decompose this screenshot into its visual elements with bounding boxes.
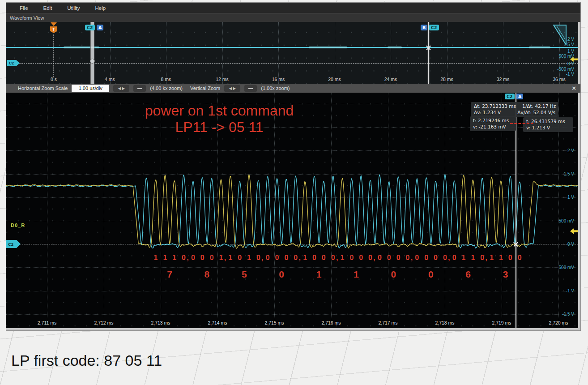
overview-voltage-label: -500 mV [557, 67, 574, 72]
measure-badge-a[interactable]: A [516, 94, 523, 99]
bit-comma: , [187, 254, 188, 262]
vertical-pan-buttons[interactable]: ◀▶ [224, 85, 240, 92]
bit-annotation: 0 [284, 254, 288, 262]
menu-bar: FileEditUtilityHelp [6, 3, 580, 13]
bit-annotation: 1 [172, 254, 176, 262]
zoom-badge-a[interactable]: A [97, 25, 103, 30]
hex-annotation: 6 [465, 269, 471, 280]
overview-time-label: 4 ms [105, 77, 115, 82]
zoom-toolbar: Horizontal Zoom Scale ◀▶ (4.00 kx zoom) … [6, 84, 580, 93]
menu-item-help[interactable]: Help [95, 5, 106, 11]
overview-voltage-label: 2 V [567, 37, 574, 42]
overview-voltage-label: 0 V [567, 61, 574, 66]
cursor-b-voltage: v: 1.213 V [526, 125, 570, 131]
bus-label[interactable]: D0_R [11, 222, 25, 228]
zoom-badge-c2[interactable]: C2 [85, 25, 95, 30]
overview-time-label: 20 ms [328, 77, 341, 82]
bit-annotation: 0 [368, 254, 372, 262]
bit-annotation: 1 [341, 254, 345, 262]
bit-annotation: 0 [331, 254, 335, 262]
cursor-badge-c2[interactable]: C2 [429, 25, 439, 30]
cursor-b-line[interactable] [428, 22, 429, 84]
overview-gridline [222, 22, 223, 84]
collapsed-waveform-icon[interactable] [553, 25, 567, 45]
bit-annotation: 0 [424, 254, 428, 262]
cursor-link-dashed-line [510, 123, 533, 124]
bit-annotation: 0 [434, 254, 438, 262]
cursor-a-readout-box[interactable]: t: 2.719246 ms v: -21.163 mV [470, 116, 516, 131]
zoom-window-knob[interactable] [90, 59, 95, 64]
overview-gridline [447, 22, 447, 84]
annotation-line1: power on 1st command [121, 103, 318, 119]
caption: LP first code: 87 05 11 [11, 352, 162, 369]
horizontal-pan-buttons[interactable]: ◀▶ [113, 85, 129, 92]
cursor-badge-b[interactable]: B [421, 25, 427, 30]
menu-item-file[interactable]: File [20, 5, 28, 11]
waveform-view-title: Waveform View [10, 15, 44, 21]
overview-gridline [503, 22, 503, 84]
hex-annotation: 1 [354, 269, 359, 280]
cursor-a-crosshair-icon[interactable] [513, 242, 518, 247]
trigger-marker[interactable]: T [50, 26, 57, 33]
annotation-text: power on 1st command LP11 -> 05 11 [121, 103, 318, 136]
overview-channel-badge[interactable]: C2 [7, 60, 20, 66]
overview-time-label: 12 ms [216, 77, 229, 82]
bit-comma: , [373, 254, 375, 262]
delta-measurement-box[interactable]: Δt: 23.712333 ms 1/Δt: 42.17 Hz Δv: 1.23… [471, 102, 558, 117]
delta-v-delta-t-value: Δv/Δt: 52.04 V/s [517, 110, 555, 116]
cursor-b-readout-box[interactable]: t: 26.431579 ms v: 1.213 V [523, 117, 573, 132]
bit-annotation: 0 [387, 254, 391, 262]
bit-annotation: 1 [303, 254, 307, 262]
delta-t-value: Δt: 23.712333 ms [474, 103, 516, 110]
close-zoom-icon[interactable]: × [572, 84, 576, 92]
bit-annotation: 0 [443, 254, 447, 262]
overview-time-label: 24 ms [384, 77, 397, 82]
overview-panel[interactable]: T C2 C2 A B C2 0 s4 ms8 ms12 ms16 ms20 m… [6, 22, 580, 84]
horizontal-scale-input[interactable] [72, 85, 109, 92]
hex-annotation: 5 [242, 269, 247, 280]
waveform-view-tab[interactable]: Waveform View [6, 13, 580, 22]
overview-time-label: 28 ms [440, 77, 453, 82]
horizontal-zoom-factor: (4.00 kx zoom) [150, 86, 183, 91]
hex-annotation: 3 [503, 269, 508, 280]
vertical-zoom-out-button[interactable] [244, 85, 257, 92]
bit-annotation: 0 [256, 254, 260, 262]
cursor-b-crosshair-icon[interactable] [426, 45, 431, 50]
bit-annotation: 0 [238, 254, 242, 262]
bit-comma: , [448, 254, 450, 262]
measure-badge-c2[interactable]: C2 [505, 94, 515, 99]
bit-annotation: 0 [182, 254, 186, 262]
bit-annotation: 0 [405, 254, 409, 262]
bit-annotation: 1 [471, 254, 475, 262]
menu-item-utility[interactable]: Utility [67, 5, 80, 11]
overview-zero-line [17, 63, 578, 64]
zoom-waveform-panel[interactable]: D0_R C2 C2 A Δt: 23.712333 ms 1/Δt: 42.1… [6, 93, 580, 330]
scope-window: FileEditUtilityHelp Waveform View T C2 C… [6, 2, 581, 331]
bit-comma: , [411, 254, 413, 262]
overview-trace-burst [529, 47, 550, 48]
vertical-zoom-factor: (1.00x zoom) [261, 86, 290, 91]
bit-comma: , [299, 254, 301, 262]
bit-comma: , [224, 254, 226, 262]
overview-voltage-label: 500 mV [559, 54, 574, 59]
overview-trace-burst [388, 47, 402, 48]
desktop: { "window": { "menu_items": ["File", "Ed… [0, 0, 588, 385]
hex-annotation: 0 [428, 269, 434, 280]
bit-annotation: 0 [359, 254, 363, 262]
horizontal-zoom-out-button[interactable] [133, 85, 146, 92]
overview-gridline [335, 22, 335, 84]
overview-time-label: 16 ms [272, 77, 285, 82]
overview-trace-burst [309, 47, 347, 48]
hex-annotation: 1 [316, 269, 322, 280]
bit-annotation: 0 [275, 254, 279, 262]
trigger-arrow-icon[interactable] [51, 22, 57, 26]
bit-comma: , [486, 254, 487, 262]
menu-item-edit[interactable]: Edit [43, 5, 52, 11]
bit-annotation: 0 [322, 254, 326, 262]
overview-time-label: 0 s [51, 77, 57, 82]
bit-annotation: 1 [154, 254, 158, 262]
annotation-line2: LP11 -> 05 11 [121, 119, 318, 136]
bit-annotation: 0 [480, 254, 484, 262]
hex-annotation: 0 [391, 269, 396, 280]
zoom-window-handle[interactable] [90, 22, 94, 84]
